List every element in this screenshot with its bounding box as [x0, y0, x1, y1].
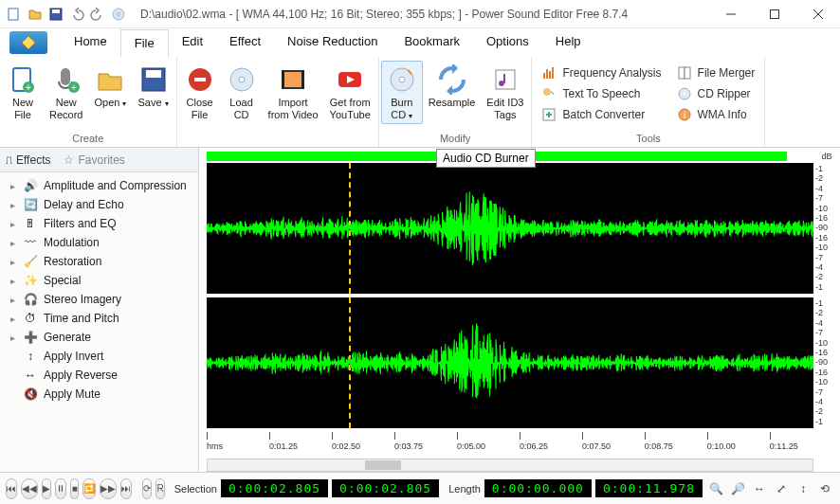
effect-special[interactable]: ▸✨Special [0, 271, 198, 290]
loop-toggle[interactable]: ⟳ [142, 478, 152, 499]
svg-rect-40 [685, 67, 690, 79]
menu-effect[interactable]: Effect [216, 28, 274, 57]
wma-info-icon: i [677, 107, 692, 122]
expand-icon[interactable]: ▸ [8, 181, 17, 191]
play-loop-button[interactable]: 🔁 [82, 478, 96, 499]
frequency-analysis-button[interactable]: Frequency Analysis [538, 63, 665, 83]
effect-time-and-pitch[interactable]: ▸⏱Time and Pitch [0, 309, 198, 328]
file-merger-button[interactable]: File Merger [673, 63, 759, 83]
time-ruler[interactable]: hms0:01.250:02.500:03.750:05.000:06.250:… [207, 432, 813, 459]
play-button[interactable]: ▶ [42, 478, 51, 499]
expand-icon[interactable]: ▸ [8, 257, 17, 267]
svg-marker-9 [22, 36, 35, 49]
button-label: Frequency Analysis [562, 66, 661, 80]
ribbon-group-label: Create [0, 132, 176, 147]
effect-amplitude-and-compression[interactable]: ▸🔊Amplitude and Compression [0, 176, 198, 195]
expand-icon[interactable]: ▸ [8, 219, 17, 229]
expand-icon[interactable]: ▸ [8, 276, 17, 286]
expand-icon[interactable]: ▸ [8, 295, 17, 305]
qat-open-icon[interactable] [27, 6, 44, 23]
waveform-channel-right[interactable] [207, 297, 813, 428]
fast-forward-button[interactable]: ▶▶ [100, 478, 117, 499]
expand-icon[interactable]: ▸ [8, 238, 17, 248]
effect-apply-reverse[interactable]: ↔Apply Reverse [0, 366, 198, 385]
effect-generate[interactable]: ▸➕Generate [0, 328, 198, 347]
effect-apply-mute[interactable]: 🔇Apply Mute [0, 385, 198, 404]
effect-apply-invert[interactable]: ↕Apply Invert [0, 347, 198, 366]
effect-delay-and-echo[interactable]: ▸🔄Delay and Echo [0, 195, 198, 214]
zoom-in-icon[interactable]: 🔍 [706, 479, 725, 498]
edit-id3-icon [490, 64, 520, 95]
burn-cd-button[interactable]: BurnCD ▾ [381, 61, 423, 124]
qat-save-icon[interactable] [47, 6, 64, 23]
db-tick: -10 [815, 243, 828, 252]
horizontal-scrollbar[interactable] [207, 459, 813, 472]
db-tick: -16 [815, 369, 828, 377]
qat-undo-icon[interactable] [68, 6, 85, 23]
skip-start-button[interactable]: ⏮ [6, 478, 17, 499]
close-file-button[interactable]: CloseFile [179, 61, 221, 124]
waveform-area: dB Audio CD Burner -1-2-4-7-10-16-90-16-… [199, 148, 840, 472]
zoom-out-icon[interactable]: 🔎 [728, 479, 747, 498]
waveform-channel-left[interactable] [207, 163, 813, 294]
import-video-button[interactable]: Importfrom Video [263, 61, 324, 124]
cd-ripper-button[interactable]: CD Ripper [673, 83, 759, 104]
expand-icon[interactable]: ▸ [8, 333, 17, 343]
new-record-button[interactable]: +NewRecord [44, 61, 88, 124]
effect-stereo-imagery[interactable]: ▸🎧Stereo Imagery [0, 290, 198, 309]
skip-end-button[interactable]: ⏭ [120, 478, 132, 499]
effect-modulation[interactable]: ▸〰Modulation [0, 233, 198, 252]
rewind-button[interactable]: ◀◀ [21, 478, 38, 499]
menu-home[interactable]: Home [61, 28, 120, 57]
effect-filters-and-eq[interactable]: ▸🎚Filters and EQ [0, 214, 198, 233]
record-toggle[interactable]: R [155, 478, 164, 499]
wma-info-button[interactable]: iWMA Info [673, 104, 759, 125]
batch-converter-button[interactable]: Batch Converter [538, 104, 665, 125]
maximize-button[interactable] [753, 0, 796, 28]
resample-button[interactable]: Resample [423, 61, 482, 113]
app-icon[interactable] [9, 31, 47, 54]
effect-restoration[interactable]: ▸🧹Restoration [0, 252, 198, 271]
workspace: ⎍Effects☆Favorites ▸🔊Amplitude and Compr… [0, 148, 840, 472]
sidebar-tab-effects[interactable]: ⎍Effects [6, 153, 50, 167]
minimize-button[interactable] [709, 0, 753, 28]
qat-redo-icon[interactable] [89, 6, 106, 23]
menu-noise-reduction[interactable]: Noise Reduction [274, 28, 391, 57]
effect-label: Time and Pitch [44, 312, 119, 325]
menu-file[interactable]: File [120, 29, 169, 58]
save-button[interactable]: Save ▾ [132, 61, 173, 113]
db-tick: -1 [815, 283, 823, 292]
stop-button[interactable]: ■ [70, 478, 79, 499]
expand-icon[interactable]: ▸ [8, 200, 17, 210]
open-button[interactable]: Open ▾ [88, 61, 132, 113]
effect-label: Apply Invert [44, 350, 103, 363]
expand-icon[interactable]: ▸ [8, 314, 17, 324]
load-cd-button[interactable]: LoadCD [221, 61, 263, 124]
menu-options[interactable]: Options [473, 28, 542, 57]
zoom-fit-v-icon[interactable]: ↕ [794, 479, 813, 498]
db-scale-right: -1-2-4-7-10-16-90-16-10-7-4-2-1 [813, 296, 840, 430]
close-button[interactable] [796, 0, 840, 28]
svg-rect-6 [771, 9, 779, 18]
menu-help[interactable]: Help [542, 28, 594, 57]
get-youtube-button[interactable]: Get fromYouTube [324, 61, 376, 124]
pause-button[interactable]: ⏸ [55, 478, 66, 499]
db-tick: -7 [815, 194, 823, 203]
edit-id3-button[interactable]: Edit ID3Tags [481, 61, 529, 124]
new-file-button[interactable]: +NewFile [2, 61, 44, 124]
effect-icon: ➕ [23, 330, 38, 345]
qat-cd-icon[interactable] [110, 6, 127, 23]
qat-new-icon[interactable] [6, 6, 23, 23]
menu-edit[interactable]: Edit [169, 28, 216, 57]
zoom-fit-h-icon[interactable]: ↔ [750, 479, 769, 498]
menu-bookmark[interactable]: Bookmark [391, 28, 473, 57]
scrollbar-thumb[interactable] [365, 460, 401, 470]
zoom-sel-icon[interactable]: ⤢ [772, 479, 791, 498]
import-video-icon [278, 64, 308, 95]
length-end: 0:00:11.978 [595, 479, 703, 497]
text-to-speech-button[interactable]: Text To Speech [538, 83, 665, 104]
sidebar-tab-favorites[interactable]: ☆Favorites [64, 153, 124, 167]
zoom-controls: 🔍 🔎 ↔ ⤢ ↕ ⟲ [706, 479, 834, 498]
db-tick: -4 [815, 263, 823, 272]
zoom-reset-icon[interactable]: ⟲ [815, 479, 834, 498]
